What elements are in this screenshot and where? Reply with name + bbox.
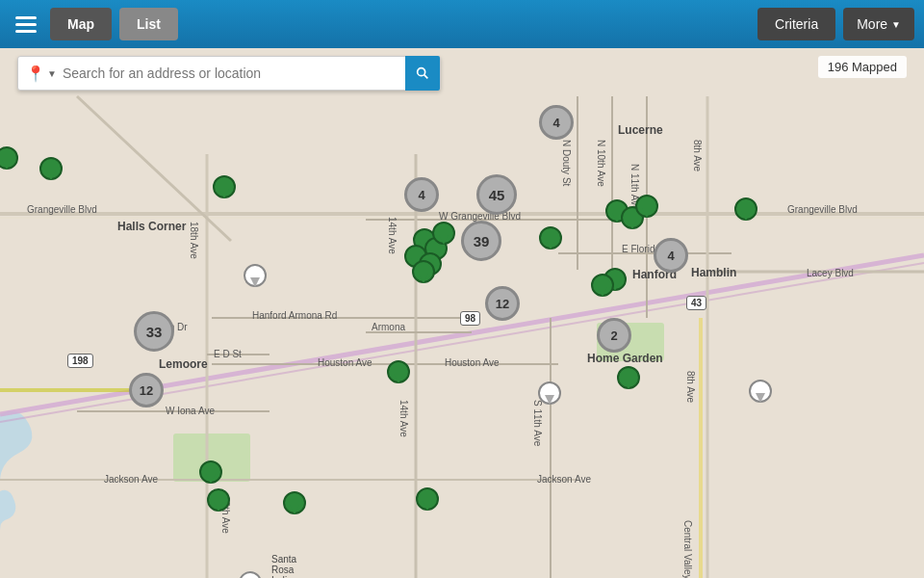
green-pin-21[interactable]: [619, 366, 638, 393]
header-right: Criteria More: [757, 8, 914, 40]
white-pin-1[interactable]: [245, 264, 265, 291]
cluster-label[interactable]: 4: [404, 177, 439, 212]
white-pin-3[interactable]: [751, 380, 770, 407]
cluster-12-left[interactable]: 12: [129, 373, 164, 407]
cluster-label[interactable]: 33: [134, 311, 174, 352]
cluster-12-center[interactable]: 12: [485, 286, 520, 321]
more-button[interactable]: More: [843, 8, 914, 40]
map-tab[interactable]: Map: [50, 8, 112, 40]
green-pin-16[interactable]: [201, 460, 220, 487]
green-pin-7[interactable]: [414, 260, 433, 287]
search-button[interactable]: [405, 56, 440, 91]
mapped-count-badge: 196 Mapped: [818, 56, 907, 78]
cluster-label[interactable]: 12: [485, 286, 520, 321]
green-pin-15[interactable]: [541, 226, 560, 253]
hwy-shield-43: 43: [686, 296, 706, 310]
svg-point-26: [418, 68, 425, 76]
green-pin-nav[interactable]: [215, 175, 234, 202]
cluster-label[interactable]: 39: [461, 221, 501, 261]
green-pin-19[interactable]: [418, 487, 437, 514]
green-pin-14[interactable]: [593, 274, 612, 301]
green-pin-20[interactable]: [389, 360, 408, 387]
green-pin-18[interactable]: [285, 491, 304, 518]
hamburger-button[interactable]: [10, 11, 42, 39]
cluster-4-top[interactable]: 4: [539, 105, 574, 140]
hwy-shield-198: 198: [67, 354, 93, 368]
green-pin-1[interactable]: [0, 146, 16, 173]
cluster-label[interactable]: 2: [597, 318, 631, 353]
hwy-shield-98: 98: [460, 311, 480, 326]
search-bar: 📍 ▼: [17, 56, 441, 91]
cluster-4-right[interactable]: 4: [654, 238, 688, 273]
cluster-39[interactable]: 39: [461, 221, 501, 261]
search-icon: [415, 66, 430, 81]
cluster-4-left[interactable]: 4: [404, 177, 439, 212]
cluster-label[interactable]: 45: [476, 174, 517, 215]
list-tab[interactable]: List: [119, 8, 178, 40]
white-pin-4[interactable]: [241, 571, 260, 578]
cluster-45[interactable]: 45: [476, 174, 517, 215]
header: Map List Criteria More: [0, 0, 924, 48]
cluster-33[interactable]: 33: [134, 311, 174, 352]
green-pin-12[interactable]: [736, 197, 756, 224]
green-pin-17[interactable]: [209, 488, 228, 515]
white-pin-2[interactable]: [540, 381, 559, 408]
green-pin-11[interactable]: [637, 195, 656, 222]
location-icon: 📍 ▼: [18, 65, 63, 83]
map-container[interactable]: Halls Corner Hanford Lemoore Home Garden…: [0, 48, 924, 578]
svg-line-27: [424, 75, 428, 79]
cluster-2[interactable]: 2: [597, 318, 631, 353]
cluster-label[interactable]: 4: [654, 238, 688, 273]
cluster-label[interactable]: 12: [129, 373, 164, 407]
search-input[interactable]: [63, 66, 405, 81]
criteria-button[interactable]: Criteria: [757, 8, 835, 40]
green-pin-8[interactable]: [434, 222, 453, 249]
cluster-label[interactable]: 4: [539, 105, 574, 140]
green-pin-2[interactable]: [41, 157, 61, 184]
